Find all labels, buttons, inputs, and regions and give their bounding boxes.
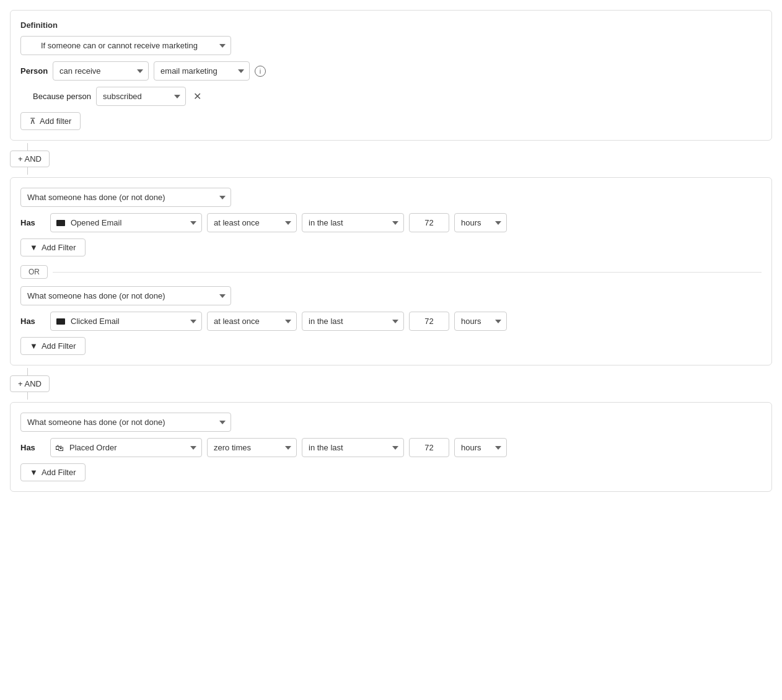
- can-receive-dropdown[interactable]: can receive: [53, 61, 149, 81]
- hours-dropdown-1[interactable]: hours: [454, 213, 507, 232]
- and-line-top-1: [27, 143, 28, 151]
- timeframe-dropdown-1[interactable]: in the last: [302, 213, 404, 232]
- or-line: [53, 272, 762, 273]
- has-label-4: Has: [20, 443, 45, 452]
- condition-block-4: What someone has done (or not done) Has …: [10, 402, 772, 492]
- has-label-2: Has: [20, 317, 45, 326]
- or-connector: OR: [20, 265, 762, 279]
- add-filter-label-4: Add Filter: [42, 468, 76, 477]
- hours-dropdown-2[interactable]: hours: [454, 312, 507, 331]
- and-button-2[interactable]: + AND: [10, 375, 50, 392]
- has-row-4: Has 🛍 Placed Order zero times in the las…: [20, 438, 762, 457]
- and-line-bottom-2: [27, 392, 28, 400]
- timeframe-dropdown-4[interactable]: in the last: [302, 438, 404, 457]
- main-dropdown-wrapper-1: If someone can or cannot receive marketi…: [20, 36, 231, 55]
- main-dropdown-2[interactable]: What someone has done (or not done): [20, 188, 231, 207]
- info-icon[interactable]: i: [255, 66, 266, 77]
- filter-icon-4: ▼: [30, 468, 38, 477]
- or-button[interactable]: OR: [20, 265, 48, 279]
- filter-icon-3: ▼: [30, 341, 38, 351]
- filter-icon-1: ⊼: [30, 116, 36, 126]
- add-filter-button-3[interactable]: ▼ Add Filter: [20, 337, 86, 355]
- filter-icon-2: ▼: [30, 243, 38, 252]
- close-because-icon[interactable]: ✕: [193, 90, 201, 102]
- add-filter-button-2[interactable]: ▼ Add Filter: [20, 238, 86, 256]
- and-connector-2: + AND: [10, 368, 772, 400]
- action-dropdown-1[interactable]: Opened Email: [50, 213, 202, 232]
- and-line-top-2: [27, 368, 28, 375]
- and-connector-1: + AND: [10, 143, 772, 175]
- main-dropdown-4[interactable]: What someone has done (or not done): [20, 413, 231, 432]
- add-filter-label-3: Add Filter: [42, 341, 76, 351]
- has-row-2: Has Clicked Email at least once in the l…: [20, 312, 762, 331]
- definition-title: Definition: [20, 20, 762, 30]
- number-input-4[interactable]: [409, 438, 449, 457]
- action-wrapper-4: 🛍 Placed Order: [50, 438, 202, 457]
- add-filter-label-2: Add Filter: [42, 243, 76, 252]
- and-button-1[interactable]: + AND: [10, 151, 50, 167]
- hours-dropdown-4[interactable]: hours: [454, 438, 507, 457]
- marketing-type-dropdown[interactable]: email marketing: [154, 61, 250, 81]
- action-dropdown-4[interactable]: Placed Order: [50, 438, 202, 457]
- person-row: Person can receive email marketing i: [20, 61, 762, 81]
- add-filter-label-1: Add filter: [40, 116, 71, 126]
- because-label: Because person: [33, 92, 91, 101]
- and-line-bottom-1: [27, 167, 28, 175]
- frequency-dropdown-2[interactable]: at least once: [207, 312, 297, 331]
- number-input-2[interactable]: [409, 312, 449, 331]
- number-input-1[interactable]: [409, 213, 449, 232]
- action-wrapper-1: Opened Email: [50, 213, 202, 232]
- has-row-1: Has Opened Email at least once in the la…: [20, 213, 762, 232]
- action-dropdown-2[interactable]: Clicked Email: [50, 312, 202, 331]
- action-wrapper-2: Clicked Email: [50, 312, 202, 331]
- sub-block-clicked: What someone has done (or not done) Has …: [20, 286, 762, 355]
- add-filter-button-4[interactable]: ▼ Add Filter: [20, 463, 86, 481]
- frequency-dropdown-1[interactable]: at least once: [207, 213, 297, 232]
- because-row: Because person subscribed ✕: [33, 87, 762, 106]
- timeframe-dropdown-2[interactable]: in the last: [302, 312, 404, 331]
- main-dropdown-1[interactable]: If someone can or cannot receive marketi…: [20, 36, 231, 55]
- has-label-1: Has: [20, 218, 45, 227]
- add-filter-button-1[interactable]: ⊼ Add filter: [20, 112, 81, 130]
- because-dropdown[interactable]: subscribed: [96, 87, 186, 106]
- main-dropdown-3[interactable]: What someone has done (or not done): [20, 286, 231, 305]
- condition-block-2: What someone has done (or not done) Has …: [10, 177, 772, 365]
- condition-block-1: Definition If someone can or cannot rece…: [10, 10, 772, 141]
- person-label: Person: [20, 66, 48, 76]
- frequency-dropdown-4[interactable]: zero times: [207, 438, 297, 457]
